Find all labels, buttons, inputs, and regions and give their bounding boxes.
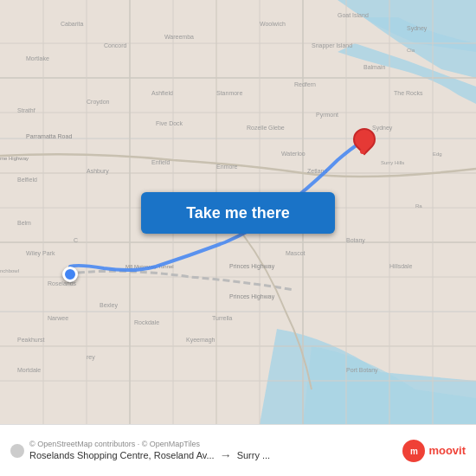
footer-destination: Surry ...: [237, 450, 271, 460]
moovit-label: moovit: [428, 444, 466, 457]
svg-text:Goat Island: Goat Island: [338, 12, 369, 18]
svg-text:C: C: [74, 237, 78, 243]
svg-text:Rozelle: Rozelle: [247, 125, 267, 131]
svg-text:Surry Hills: Surry Hills: [381, 160, 404, 165]
svg-text:Rockdale: Rockdale: [134, 319, 159, 325]
footer-origin: Roselands Shopping Centre, Roseland Av..…: [29, 450, 215, 460]
svg-text:Redfern: Redfern: [294, 81, 316, 87]
svg-text:Enfield: Enfield: [151, 159, 170, 165]
svg-text:Strathf: Strathf: [17, 107, 35, 113]
svg-text:Cla: Cla: [407, 48, 415, 53]
svg-text:Princes Highway: Princes Highway: [229, 263, 275, 270]
svg-text:Five Dock: Five Dock: [156, 120, 183, 126]
footer-attribution: © OpenStreetMap contributors · © OpenMap…: [29, 440, 270, 448]
svg-text:Balmain: Balmain: [363, 64, 385, 70]
destination-marker: [353, 128, 372, 154]
moovit-icon: m: [402, 440, 425, 462]
osm-icon: [10, 444, 24, 458]
svg-text:Kyeemagh: Kyeemagh: [186, 337, 215, 344]
svg-text:Port Botany: Port Botany: [346, 367, 378, 374]
footer-left: © OpenStreetMap contributors · © OpenMap…: [10, 440, 270, 462]
svg-text:Peakhurst: Peakhurst: [17, 337, 45, 343]
svg-text:Waterloo: Waterloo: [281, 151, 306, 157]
svg-text:Edg: Edg: [433, 151, 442, 157]
origin-marker: [62, 267, 78, 282]
svg-text:me Highway: me Highway: [0, 156, 29, 161]
footer-route: Roselands Shopping Centre, Roseland Av..…: [29, 448, 270, 462]
svg-text:Glebe: Glebe: [268, 125, 285, 131]
svg-text:Sydney: Sydney: [372, 125, 393, 132]
map-container: Mortlake Cabarita Concord Wareemba Woolw…: [0, 0, 476, 424]
svg-text:Botany: Botany: [346, 237, 365, 244]
svg-text:Mortdale: Mortdale: [17, 367, 41, 373]
svg-text:Mascot: Mascot: [286, 250, 306, 256]
svg-text:Concord: Concord: [104, 42, 127, 48]
svg-text:rey: rey: [87, 354, 95, 361]
svg-text:Narwee: Narwee: [48, 315, 68, 321]
svg-text:Bexley: Bexley: [100, 302, 119, 309]
svg-text:Wiley Park: Wiley Park: [26, 250, 55, 257]
svg-text:Ashbury: Ashbury: [87, 168, 109, 175]
svg-text:Turrella: Turrella: [212, 315, 233, 321]
svg-text:Stanmore: Stanmore: [216, 90, 242, 96]
svg-text:nchbowl: nchbowl: [0, 268, 19, 273]
svg-text:Hillsdale: Hillsdale: [389, 263, 413, 269]
footer-arrow-icon: →: [220, 448, 232, 462]
take-me-there-button[interactable]: Take me there: [141, 192, 335, 234]
svg-text:Croydon: Croydon: [87, 99, 110, 106]
svg-text:Parramatta Road: Parramatta Road: [26, 133, 72, 139]
svg-text:Wareemba: Wareemba: [164, 34, 194, 40]
svg-text:Belm: Belm: [17, 220, 31, 226]
svg-text:Ashfield: Ashfield: [151, 90, 173, 96]
svg-text:Ra: Ra: [415, 203, 422, 209]
svg-text:Mortlake: Mortlake: [26, 55, 49, 61]
svg-text:Snapper Island: Snapper Island: [312, 42, 352, 49]
svg-text:Pyrmont: Pyrmont: [316, 112, 338, 119]
svg-text:Princes Highway: Princes Highway: [229, 293, 275, 300]
svg-text:The Rocks: The Rocks: [394, 90, 423, 96]
svg-text:Cabarita: Cabarita: [61, 21, 84, 27]
svg-text:m: m: [410, 447, 418, 456]
footer-info: © OpenStreetMap contributors · © OpenMap…: [29, 440, 270, 462]
svg-text:Sydney: Sydney: [407, 25, 428, 32]
svg-text:Woolwich: Woolwich: [260, 21, 286, 27]
svg-text:Belfield: Belfield: [17, 177, 37, 183]
svg-text:Enmore: Enmore: [216, 164, 238, 170]
footer-bar: © OpenStreetMap contributors · © OpenMap…: [0, 424, 476, 476]
osm-logo: [10, 444, 24, 458]
moovit-logo: m moovit: [402, 440, 466, 462]
